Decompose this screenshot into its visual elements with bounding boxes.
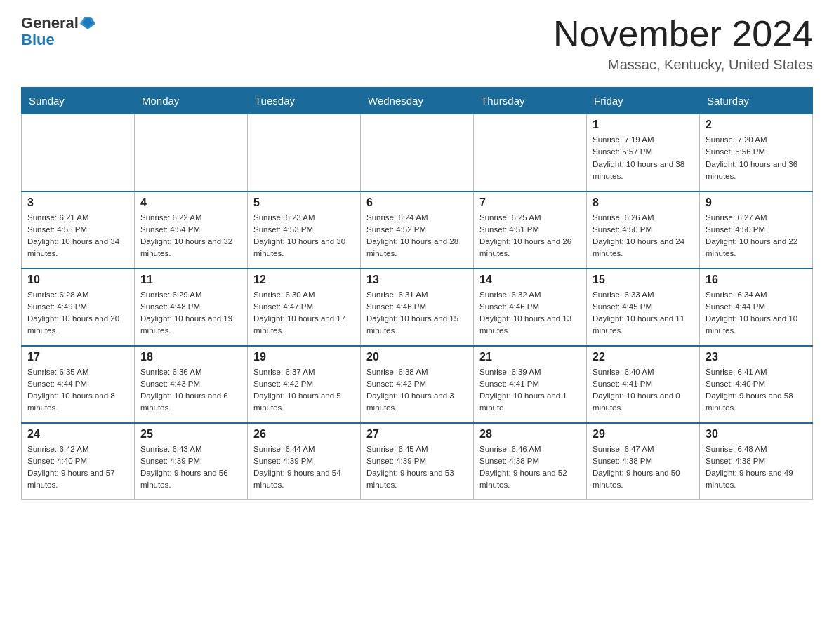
- day-info: Sunrise: 6:31 AMSunset: 4:46 PMDaylight:…: [366, 289, 468, 337]
- calendar-cell: [361, 114, 474, 192]
- day-number: 25: [140, 428, 241, 441]
- calendar-week-row: 1Sunrise: 7:19 AMSunset: 5:57 PMDaylight…: [22, 114, 813, 192]
- day-number: 9: [706, 196, 807, 209]
- location-subtitle: Massac, Kentucky, United States: [553, 57, 813, 73]
- day-number: 22: [593, 351, 694, 363]
- calendar-header-row: Sunday Monday Tuesday Wednesday Thursday…: [22, 88, 813, 114]
- calendar-cell: 5Sunrise: 6:23 AMSunset: 4:53 PMDaylight…: [248, 192, 361, 269]
- day-info: Sunrise: 6:46 AMSunset: 4:38 PMDaylight:…: [479, 443, 581, 492]
- calendar-week-row: 24Sunrise: 6:42 AMSunset: 4:40 PMDayligh…: [22, 423, 813, 500]
- day-number: 23: [706, 351, 807, 363]
- day-number: 28: [479, 428, 581, 441]
- day-info: Sunrise: 6:24 AMSunset: 4:52 PMDaylight:…: [366, 212, 468, 260]
- calendar-cell: 24Sunrise: 6:42 AMSunset: 4:40 PMDayligh…: [22, 423, 135, 500]
- calendar-cell: 22Sunrise: 6:40 AMSunset: 4:41 PMDayligh…: [587, 346, 700, 423]
- day-number: 4: [140, 196, 241, 209]
- calendar-table: Sunday Monday Tuesday Wednesday Thursday…: [21, 87, 813, 500]
- calendar-cell: 18Sunrise: 6:36 AMSunset: 4:43 PMDayligh…: [135, 346, 248, 423]
- calendar-cell: 12Sunrise: 6:30 AMSunset: 4:47 PMDayligh…: [248, 269, 361, 346]
- logo: General Blue: [21, 14, 95, 48]
- day-number: 19: [253, 351, 355, 363]
- calendar-cell: [474, 114, 587, 192]
- day-number: 7: [479, 196, 581, 209]
- day-number: 1: [593, 119, 694, 131]
- day-number: 5: [253, 196, 355, 209]
- day-number: 10: [27, 274, 128, 286]
- calendar-cell: 4Sunrise: 6:22 AMSunset: 4:54 PMDaylight…: [135, 192, 248, 269]
- calendar-cell: 21Sunrise: 6:39 AMSunset: 4:41 PMDayligh…: [474, 346, 587, 423]
- calendar-cell: 3Sunrise: 6:21 AMSunset: 4:55 PMDaylight…: [22, 192, 135, 269]
- day-info: Sunrise: 6:22 AMSunset: 4:54 PMDaylight:…: [140, 212, 241, 260]
- header-saturday: Saturday: [700, 88, 813, 114]
- calendar-cell: 1Sunrise: 7:19 AMSunset: 5:57 PMDaylight…: [587, 114, 700, 192]
- calendar-cell: 7Sunrise: 6:25 AMSunset: 4:51 PMDaylight…: [474, 192, 587, 269]
- day-number: 12: [253, 274, 355, 286]
- calendar-week-row: 17Sunrise: 6:35 AMSunset: 4:44 PMDayligh…: [22, 346, 813, 423]
- day-info: Sunrise: 7:20 AMSunset: 5:56 PMDaylight:…: [706, 134, 807, 182]
- day-info: Sunrise: 6:39 AMSunset: 4:41 PMDaylight:…: [479, 366, 581, 415]
- calendar-cell: 9Sunrise: 6:27 AMSunset: 4:50 PMDaylight…: [700, 192, 813, 269]
- header-wednesday: Wednesday: [361, 88, 474, 114]
- month-title: November 2024: [553, 14, 813, 54]
- logo-arrow-icon: [80, 14, 95, 29]
- day-info: Sunrise: 6:28 AMSunset: 4:49 PMDaylight:…: [27, 289, 128, 337]
- day-info: Sunrise: 6:29 AMSunset: 4:48 PMDaylight:…: [140, 289, 241, 337]
- calendar-cell: 20Sunrise: 6:38 AMSunset: 4:42 PMDayligh…: [361, 346, 474, 423]
- day-info: Sunrise: 6:26 AMSunset: 4:50 PMDaylight:…: [593, 212, 694, 260]
- day-info: Sunrise: 6:21 AMSunset: 4:55 PMDaylight:…: [27, 212, 128, 260]
- calendar-cell: 17Sunrise: 6:35 AMSunset: 4:44 PMDayligh…: [22, 346, 135, 423]
- calendar-cell: 27Sunrise: 6:45 AMSunset: 4:39 PMDayligh…: [361, 423, 474, 500]
- day-number: 15: [593, 274, 694, 286]
- day-info: Sunrise: 6:42 AMSunset: 4:40 PMDaylight:…: [27, 443, 128, 492]
- calendar-cell: 13Sunrise: 6:31 AMSunset: 4:46 PMDayligh…: [361, 269, 474, 346]
- calendar-cell: 29Sunrise: 6:47 AMSunset: 4:38 PMDayligh…: [587, 423, 700, 500]
- day-info: Sunrise: 6:25 AMSunset: 4:51 PMDaylight:…: [479, 212, 581, 260]
- day-info: Sunrise: 6:40 AMSunset: 4:41 PMDaylight:…: [593, 366, 694, 415]
- day-number: 3: [27, 196, 128, 209]
- calendar-cell: 28Sunrise: 6:46 AMSunset: 4:38 PMDayligh…: [474, 423, 587, 500]
- day-number: 6: [366, 196, 468, 209]
- day-info: Sunrise: 6:37 AMSunset: 4:42 PMDaylight:…: [253, 366, 355, 415]
- calendar-cell: 30Sunrise: 6:48 AMSunset: 4:38 PMDayligh…: [700, 423, 813, 500]
- logo-blue-text: Blue: [21, 32, 55, 48]
- calendar-week-row: 10Sunrise: 6:28 AMSunset: 4:49 PMDayligh…: [22, 269, 813, 346]
- day-info: Sunrise: 6:41 AMSunset: 4:40 PMDaylight:…: [706, 366, 807, 415]
- calendar-week-row: 3Sunrise: 6:21 AMSunset: 4:55 PMDaylight…: [22, 192, 813, 269]
- calendar-cell: 19Sunrise: 6:37 AMSunset: 4:42 PMDayligh…: [248, 346, 361, 423]
- calendar-cell: 14Sunrise: 6:32 AMSunset: 4:46 PMDayligh…: [474, 269, 587, 346]
- calendar-cell: 16Sunrise: 6:34 AMSunset: 4:44 PMDayligh…: [700, 269, 813, 346]
- calendar-cell: 8Sunrise: 6:26 AMSunset: 4:50 PMDaylight…: [587, 192, 700, 269]
- day-number: 27: [366, 428, 468, 441]
- calendar-cell: [135, 114, 248, 192]
- calendar-cell: 11Sunrise: 6:29 AMSunset: 4:48 PMDayligh…: [135, 269, 248, 346]
- day-number: 29: [593, 428, 694, 441]
- day-number: 18: [140, 351, 241, 363]
- day-info: Sunrise: 6:36 AMSunset: 4:43 PMDaylight:…: [140, 366, 241, 415]
- logo-general-text: General: [21, 15, 79, 31]
- calendar-cell: 2Sunrise: 7:20 AMSunset: 5:56 PMDaylight…: [700, 114, 813, 192]
- day-info: Sunrise: 6:23 AMSunset: 4:53 PMDaylight:…: [253, 212, 355, 260]
- calendar-cell: 26Sunrise: 6:44 AMSunset: 4:39 PMDayligh…: [248, 423, 361, 500]
- day-info: Sunrise: 6:44 AMSunset: 4:39 PMDaylight:…: [253, 443, 355, 492]
- day-number: 2: [706, 119, 807, 131]
- day-info: Sunrise: 6:43 AMSunset: 4:39 PMDaylight:…: [140, 443, 241, 492]
- day-number: 26: [253, 428, 355, 441]
- page-header: General Blue November 2024 Massac, Kentu…: [21, 14, 813, 73]
- day-info: Sunrise: 7:19 AMSunset: 5:57 PMDaylight:…: [593, 134, 694, 182]
- header-sunday: Sunday: [22, 88, 135, 114]
- day-info: Sunrise: 6:34 AMSunset: 4:44 PMDaylight:…: [706, 289, 807, 337]
- calendar-cell: 10Sunrise: 6:28 AMSunset: 4:49 PMDayligh…: [22, 269, 135, 346]
- day-number: 11: [140, 274, 241, 286]
- header-thursday: Thursday: [474, 88, 587, 114]
- day-number: 21: [479, 351, 581, 363]
- day-number: 14: [479, 274, 581, 286]
- day-info: Sunrise: 6:48 AMSunset: 4:38 PMDaylight:…: [706, 443, 807, 492]
- calendar-cell: 23Sunrise: 6:41 AMSunset: 4:40 PMDayligh…: [700, 346, 813, 423]
- calendar-cell: 6Sunrise: 6:24 AMSunset: 4:52 PMDaylight…: [361, 192, 474, 269]
- day-info: Sunrise: 6:38 AMSunset: 4:42 PMDaylight:…: [366, 366, 468, 415]
- header-monday: Monday: [135, 88, 248, 114]
- day-number: 16: [706, 274, 807, 286]
- day-info: Sunrise: 6:45 AMSunset: 4:39 PMDaylight:…: [366, 443, 468, 492]
- day-number: 20: [366, 351, 468, 363]
- day-number: 17: [27, 351, 128, 363]
